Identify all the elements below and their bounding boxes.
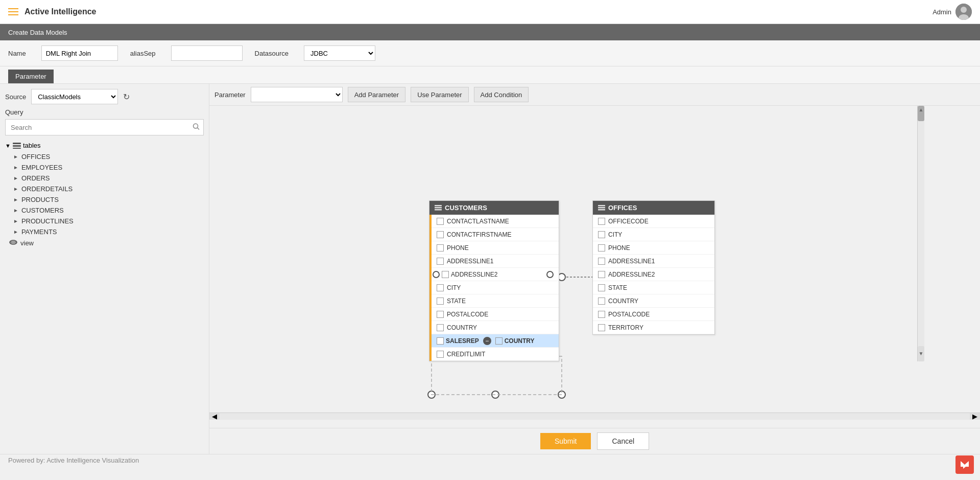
- arrow-icon-customers: ►: [13, 208, 18, 213]
- scrollbar-thumb-bottom[interactable]: ▼: [918, 346, 924, 361]
- field-checkbox-country-offices[interactable]: [598, 298, 605, 305]
- parameter-bar: Parameter Add Parameter Use Parameter Ad…: [209, 84, 980, 106]
- field-checkbox-postalcode[interactable]: [437, 311, 444, 318]
- top-nav: Active Intelligence Admin: [0, 0, 980, 24]
- field-row: CONTACTFIRSTNAME: [429, 228, 559, 241]
- field-checkbox-phone[interactable]: [437, 244, 444, 252]
- field-checkbox-addressline1-offices[interactable]: [598, 258, 605, 265]
- field-checkbox-phone-offices[interactable]: [598, 244, 605, 252]
- field-checkbox-creditlimit[interactable]: [437, 351, 444, 358]
- customers-header-label: CUSTOMERS: [445, 204, 487, 212]
- avatar: [955, 4, 972, 20]
- hamburger-menu[interactable]: [8, 8, 18, 15]
- svg-point-14: [558, 391, 565, 398]
- scroll-right-btn[interactable]: ▶: [970, 413, 980, 420]
- submit-button[interactable]: Submit: [540, 433, 591, 449]
- field-checkbox-addressline2-offices[interactable]: [598, 271, 605, 278]
- search-input[interactable]: [5, 119, 204, 135]
- parameter-tab[interactable]: Parameter: [8, 70, 54, 83]
- sidebar-item-employees[interactable]: ► EMPLOYEES: [5, 162, 204, 173]
- sidebar-item-view[interactable]: view: [5, 237, 204, 249]
- page-title: Create Data Models: [8, 29, 67, 36]
- table-icon-offices: [598, 205, 605, 211]
- field-checkbox-addressline1[interactable]: [437, 258, 444, 265]
- field-row: STATE: [593, 281, 714, 294]
- nav-right: Admin: [933, 4, 972, 20]
- alias-label: aliasSep: [130, 50, 156, 57]
- svg-rect-7: [13, 148, 21, 149]
- tree-root-collapse-icon: ▼: [5, 143, 11, 149]
- datasource-label: Datasource: [255, 50, 289, 57]
- field-checkbox-city-offices[interactable]: [598, 231, 605, 238]
- svg-point-15: [558, 273, 565, 281]
- sidebar-item-customers[interactable]: ► CUSTOMERS: [5, 205, 204, 216]
- field-checkbox-city[interactable]: [437, 284, 444, 291]
- connector-right-addressline2[interactable]: [546, 271, 554, 278]
- field-row: CITY: [593, 228, 714, 241]
- add-parameter-button[interactable]: Add Parameter: [348, 87, 405, 102]
- app-title: Active Intelligence: [25, 7, 97, 16]
- footer: Powered by: Active Intelligence Visualiz…: [0, 454, 980, 466]
- field-row: COUNTRY: [593, 294, 714, 308]
- alias-input[interactable]: [171, 45, 243, 61]
- field-checkbox-contactfirstname[interactable]: [437, 231, 444, 238]
- field-row: STATE: [429, 294, 559, 308]
- field-row: ADDRESSLINE1: [429, 255, 559, 268]
- field-row: CREDITLIMIT: [429, 348, 559, 361]
- refresh-icon[interactable]: ↻: [123, 92, 130, 102]
- parameter-label: Parameter: [214, 91, 246, 99]
- source-select[interactable]: ClassicModels: [31, 89, 118, 104]
- canvas-area[interactable]: CUSTOMERS CONTACTLASTNAME CONTACTFIRSTNA…: [209, 106, 980, 428]
- field-checkbox-country[interactable]: [437, 324, 444, 331]
- canvas-inner: CUSTOMERS CONTACTLASTNAME CONTACTFIRSTNA…: [209, 106, 924, 413]
- tree-root-label: tables: [23, 142, 41, 149]
- datasource-select[interactable]: JDBC: [304, 45, 375, 61]
- add-condition-button[interactable]: Add Condition: [474, 87, 529, 102]
- param-select[interactable]: [251, 87, 343, 102]
- right-scrollbar[interactable]: ▲ ▼: [917, 106, 924, 361]
- horizontal-scrollbar[interactable]: ◀ ▶: [209, 413, 980, 420]
- connector-left-addressline2[interactable]: [433, 271, 440, 278]
- field-checkbox-addressline2[interactable]: [442, 271, 449, 278]
- sidebar-item-products[interactable]: ► PRODUCTS: [5, 194, 204, 205]
- arrow-icon-orderdetails: ►: [13, 186, 18, 192]
- scroll-left-btn[interactable]: ◀: [209, 413, 220, 420]
- svg-rect-21: [598, 207, 605, 209]
- field-checkbox-contactlastname[interactable]: [437, 218, 444, 225]
- field-checkbox-territory[interactable]: [598, 324, 605, 331]
- field-checkbox-salesrep[interactable]: [437, 337, 444, 345]
- field-checkbox-country-highlighted[interactable]: [495, 337, 503, 345]
- customers-table-header: CUSTOMERS: [429, 201, 559, 215]
- sidebar-item-orderdetails[interactable]: ► ORDERDETAILS: [5, 184, 204, 194]
- field-row: ADDRESSLINE2: [593, 268, 714, 281]
- view-icon: [9, 239, 17, 247]
- field-checkbox-state[interactable]: [437, 298, 444, 305]
- field-checkbox-state-offices[interactable]: [598, 284, 605, 291]
- sidebar-item-payments[interactable]: ► PAYMENTS: [5, 226, 204, 237]
- field-row: CONTACTLASTNAME: [429, 215, 559, 228]
- offices-header-label: OFFICES: [608, 204, 637, 212]
- cancel-button[interactable]: Cancel: [597, 432, 649, 450]
- offices-table-card: OFFICES OFFICECODE CITY PH: [592, 200, 715, 335]
- svg-rect-17: [435, 205, 442, 207]
- admin-label: Admin: [933, 8, 951, 16]
- use-parameter-button[interactable]: Use Parameter: [411, 87, 468, 102]
- sidebar-item-productlines[interactable]: ► PRODUCTLINES: [5, 216, 204, 226]
- chat-icon[interactable]: [955, 455, 974, 474]
- tree-view: ▼ tables ► OFFICES ► EMPLOYEES ► ORDERS …: [5, 140, 204, 449]
- name-input[interactable]: [41, 45, 118, 61]
- sidebar-item-orders[interactable]: ► ORDERS: [5, 173, 204, 184]
- search-icon: [193, 123, 200, 132]
- minus-icon[interactable]: −: [483, 337, 491, 345]
- svg-rect-6: [13, 145, 21, 147]
- tree-root-tables[interactable]: ▼ tables: [5, 140, 204, 151]
- arrow-icon-productlines: ►: [13, 218, 18, 224]
- scrollbar-thumb-top[interactable]: ▲: [918, 106, 924, 121]
- tables-icon: [13, 143, 21, 149]
- field-checkbox-postalcode-offices[interactable]: [598, 311, 605, 318]
- field-row-salesrep: SALESREP − COUNTRY: [429, 334, 559, 348]
- field-checkbox-officecode[interactable]: [598, 218, 605, 225]
- sidebar-item-offices[interactable]: ► OFFICES: [5, 151, 204, 162]
- offices-table-body: OFFICECODE CITY PHONE ADDRESSLINE1: [593, 215, 714, 334]
- svg-point-1: [961, 7, 967, 13]
